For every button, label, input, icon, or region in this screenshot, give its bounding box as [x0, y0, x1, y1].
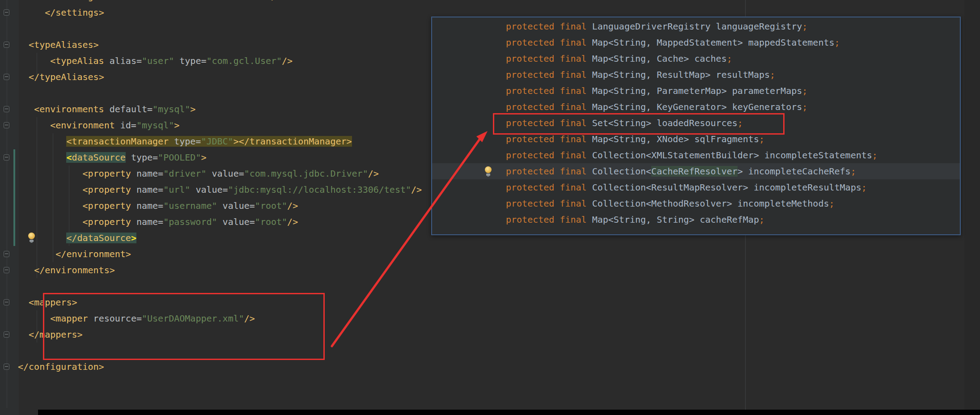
code-segment: "root" [255, 200, 287, 211]
code-segment: protected final [506, 21, 592, 32]
code-segment: "mysql" [153, 104, 190, 114]
code-line: <property name="password" value="root"/> [18, 214, 422, 230]
code-line: <property name="username" value="root"/> [18, 198, 422, 214]
code-segment: type= [174, 55, 206, 66]
code-segment: ; [802, 102, 807, 112]
code-segment: ; [802, 21, 807, 32]
fold-guide-line [7, 0, 7, 408]
code-segment: Collection<XMLStatementBuilder> incomple… [592, 150, 872, 161]
code-segment: > [174, 120, 179, 131]
lightbulb-icon[interactable] [484, 166, 492, 177]
code-segment: "POOLED" [158, 152, 201, 163]
code-segment: protected final [506, 182, 592, 193]
code-segment: /> [282, 55, 293, 66]
code-segment: name= [131, 184, 163, 195]
code-segment: > [201, 152, 206, 163]
code-segment: <setting [50, 0, 93, 2]
code-segment [18, 216, 83, 227]
code-segment: dataSource [72, 152, 125, 163]
code-segment: protected final [506, 37, 592, 48]
code-segment: "cacheEnabled" [126, 0, 201, 2]
editor-surface: <setting name="cacheEnabled" value="true… [0, 0, 980, 415]
code-segment: Collection<ResultMapResolver> incomplete… [592, 182, 861, 193]
code-segment: </dataSource [66, 233, 131, 243]
code-segment: <property [83, 168, 131, 179]
code-line: protected final Map<String, ParameterMap… [506, 83, 878, 99]
code-line: </configuration> [18, 359, 422, 375]
code-fold-icon[interactable] [4, 299, 9, 305]
code-segment [18, 136, 66, 147]
code-segment: "JDBC" [201, 136, 233, 147]
code-fold-icon[interactable] [4, 154, 9, 161]
code-fold-icon[interactable] [4, 42, 9, 48]
code-segment [18, 152, 66, 163]
code-segment: /> [287, 200, 298, 211]
code-segment: protected final [506, 53, 592, 64]
code-segment [18, 200, 83, 211]
scrollbar-track[interactable] [964, 0, 980, 410]
code-segment: "password" [163, 216, 217, 227]
code-segment: name= [131, 216, 163, 227]
code-line: protected final Map<String, String> cach… [506, 212, 878, 228]
code-fold-icon[interactable] [4, 251, 9, 257]
code-line: <environment id="mysql"> [18, 117, 422, 133]
code-segment: Map<String, ParameterMap> parameterMaps [592, 85, 802, 96]
code-line: protected final Map<String, ResultMap> r… [506, 67, 878, 83]
lightbulb-glass [28, 233, 35, 239]
code-fold-icon[interactable] [4, 74, 9, 80]
code-segment [18, 55, 50, 66]
code-segment: protected final [506, 166, 592, 177]
code-segment: ; [829, 198, 834, 209]
code-segment [18, 104, 34, 114]
code-fold-icon[interactable] [4, 106, 9, 112]
code-segment: type= [169, 136, 201, 147]
code-segment: "mysql" [136, 120, 174, 131]
code-line: <dataSource type="POOLED"> [18, 149, 422, 165]
code-segment: protected final [506, 198, 592, 209]
code-fold-icon[interactable] [4, 9, 9, 16]
code-fold-icon[interactable] [4, 122, 9, 128]
code-segment: ; [872, 150, 878, 161]
code-segment [18, 39, 29, 50]
code-line: <environments default="mysql"> [18, 101, 422, 117]
code-segment: "com.mysql.jdbc.Driver" [244, 168, 368, 179]
code-line: protected final LanguageDriverRegistry l… [506, 18, 878, 34]
code-segment [18, 168, 83, 179]
code-line: protected final Map<String, Cache> cache… [506, 51, 878, 67]
code-line [18, 21, 422, 37]
code-fold-icon[interactable] [4, 331, 9, 338]
code-segment: "jdbc:mysql://localhost:3306/test" [228, 184, 411, 195]
lightbulb-tip [487, 176, 489, 177]
lightbulb-icon[interactable] [28, 233, 35, 243]
lightbulb-tip [30, 242, 33, 243]
code-segment [18, 120, 50, 131]
code-fold-icon[interactable] [4, 364, 9, 370]
code-segment: Map<String, XNode> sqlFragments [592, 134, 759, 144]
code-segment: < [66, 152, 72, 163]
code-segment: ; [835, 37, 840, 48]
code-segment: </settings> [45, 7, 104, 18]
code-segment: ; [861, 182, 867, 193]
code-segment: Map<String, Cache> caches [592, 53, 727, 64]
code-segment: value= [201, 0, 238, 2]
code-segment: protected final [506, 214, 592, 225]
code-segment: ></transactionManager> [233, 136, 352, 147]
code-segment: "root" [255, 216, 287, 227]
code-line: </typeAliases> [18, 69, 422, 85]
code-line: </environments> [18, 262, 422, 278]
code-segment: <transactionManager [66, 136, 169, 147]
code-segment: Collection< [592, 166, 651, 177]
code-segment: Map<String, MappedStatement> mappedState… [592, 37, 835, 48]
code-segment: Collection<MethodResolver> incompleteMet… [592, 198, 829, 209]
code-fold-icon[interactable] [4, 267, 9, 273]
code-segment [18, 72, 29, 82]
code-segment: </environment> [55, 249, 131, 259]
code-segment: "username" [163, 200, 217, 211]
code-segment [18, 184, 83, 195]
code-segment: value= [190, 184, 228, 195]
code-line: <typeAliases> [18, 37, 422, 53]
code-line: <property name="url" value="jdbc:mysql:/… [18, 182, 422, 198]
code-segment: /> [287, 216, 298, 227]
code-segment [18, 233, 66, 243]
code-segment: protected final [506, 69, 592, 80]
